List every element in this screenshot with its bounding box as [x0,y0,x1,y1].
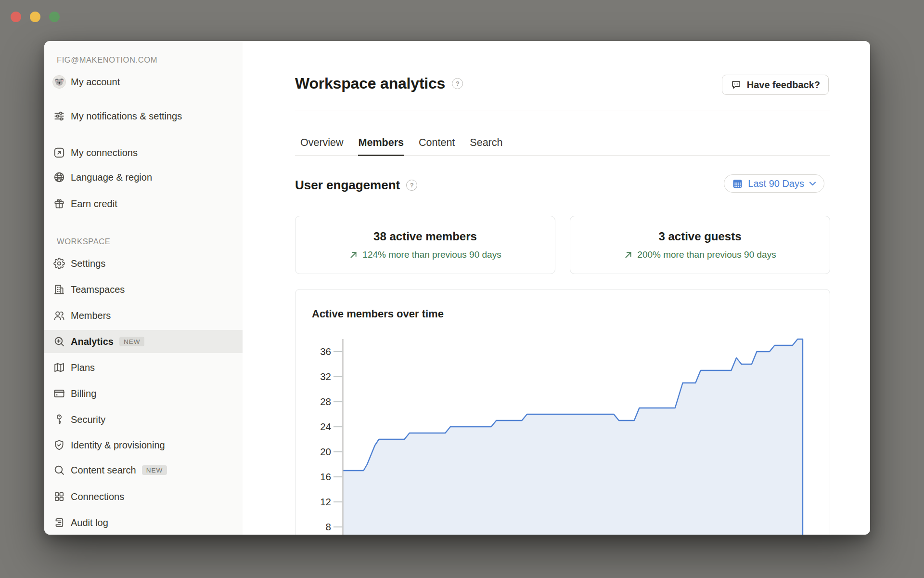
stat-value: 38 active members [373,230,477,243]
sidebar-item-analytics[interactable]: Analytics NEW [44,330,243,353]
sidebar-item-earn-credit[interactable]: Earn credit [44,193,243,214]
section-title: User engagement [295,178,400,193]
help-icon[interactable]: ? [452,78,463,89]
credit-card-icon [52,387,66,400]
avatar: 🐨 [52,75,66,89]
stat-value: 3 active guests [658,230,741,243]
svg-text:36: 36 [320,346,331,357]
svg-text:16: 16 [320,471,331,482]
arrow-up-right-icon [349,250,358,260]
magnifier-plus-icon [52,335,66,348]
arrow-up-right-square-icon [52,146,66,159]
active-guests-stat-card: 3 active guests 200% more than previous … [570,216,830,274]
chart-title: Active members over time [312,308,444,320]
speech-bubble-icon [731,79,742,91]
svg-text:20: 20 [320,446,331,457]
zoom-button[interactable] [49,12,60,22]
help-icon[interactable]: ? [406,180,417,191]
svg-text:32: 32 [320,371,331,382]
sidebar-item-language-region[interactable]: Language & region [44,167,243,188]
settings-sidebar: FIG@MAKENOTION.COM 🐨 My account My notif… [44,41,243,535]
sidebar-item-audit-log[interactable]: Audit log [44,512,243,533]
minimize-button[interactable] [30,12,40,22]
grid-icon [52,490,66,503]
sidebar-item-settings[interactable]: Settings [44,253,243,274]
building-icon [52,283,66,296]
workspace-section-label: WORKSPACE [57,237,110,246]
settings-dialog: FIG@MAKENOTION.COM 🐨 My account My notif… [44,41,870,535]
tab-content[interactable]: Content [418,131,455,155]
sidebar-item-security[interactable]: Security [44,409,243,430]
date-range-dropdown[interactable]: Last 90 Days [724,174,824,193]
have-feedback-button[interactable]: Have feedback? [722,75,829,95]
close-button[interactable] [11,12,21,22]
scroll-icon [52,516,66,529]
globe-icon [52,171,66,184]
gift-icon [52,197,66,210]
new-badge: NEW [119,337,145,346]
svg-text:8: 8 [326,521,331,532]
gear-icon [52,257,66,270]
tab-search[interactable]: Search [469,131,503,155]
sliders-icon [52,110,66,122]
sidebar-item-connections[interactable]: Connections [44,486,243,507]
chevron-down-icon [809,181,816,186]
sidebar-item-members[interactable]: Members [44,305,243,326]
window-controls [11,12,60,22]
calendar-icon [732,178,743,189]
magnifier-icon [52,464,66,476]
sidebar-item-teamspaces[interactable]: Teamspaces [44,279,243,300]
page-title: Workspace analytics [295,75,445,92]
map-icon [52,361,66,374]
have-feedback-label: Have feedback? [747,79,820,91]
svg-text:28: 28 [320,396,331,407]
members-chart: 363228242016128 [295,289,830,535]
sidebar-item-plans[interactable]: Plans [44,357,243,378]
active-members-stat-card: 38 active members 124% more than previou… [295,216,555,274]
account-email: FIG@MAKENOTION.COM [57,55,157,65]
analytics-tabs: Overview Members Content Search [295,131,830,156]
sidebar-item-my-notifications-settings[interactable]: My notifications & settings [44,98,243,134]
tab-overview[interactable]: Overview [300,131,344,155]
sidebar-item-billing[interactable]: Billing [44,383,243,404]
date-range-label: Last 90 Days [748,178,804,189]
sidebar-item-identity-provisioning[interactable]: Identity & provisioning [44,434,243,456]
stat-delta: 200% more than previous 90 days [624,250,776,260]
header-divider [295,110,830,110]
svg-text:24: 24 [320,421,331,432]
people-icon [52,309,66,322]
tab-members[interactable]: Members [358,131,404,156]
analytics-main-panel: Workspace analytics ? Have feedback? Ove… [243,41,870,535]
svg-text:12: 12 [320,496,331,507]
new-badge: NEW [142,465,167,475]
sidebar-item-my-connections[interactable]: My connections [44,142,243,163]
shield-check-icon [52,439,66,451]
sidebar-item-my-account[interactable]: 🐨 My account [44,71,243,92]
active-members-chart-card: Active members over time 363228242016128 [295,289,830,535]
arrow-up-right-icon [624,250,633,260]
sidebar-item-content-search[interactable]: Content search NEW [44,460,243,481]
stat-delta: 124% more than previous 90 days [349,250,501,260]
key-icon [52,413,66,426]
